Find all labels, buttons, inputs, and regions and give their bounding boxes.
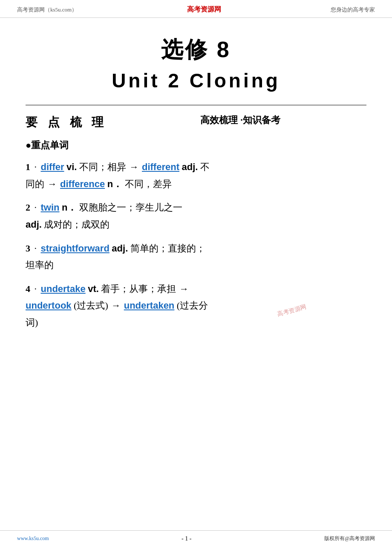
vocab-word-twin: twin: [41, 202, 60, 213]
vocab-number-2: 2: [26, 202, 30, 213]
vocab-word-undertake: undertake: [41, 283, 86, 294]
vocab-entry-2: 2 · twin n． 双胞胎之一；孪生儿之一 adj. 成对的；成双的: [26, 199, 366, 233]
divider: [26, 105, 366, 105]
page-footer: www.ks5u.com - 1 - 版权所有@高考资源网: [0, 530, 392, 546]
section-title-left: 要 点 梳 理: [26, 114, 192, 130]
header-center-logo: 高考资源网: [187, 5, 221, 14]
vocab-word-difference: difference: [60, 179, 105, 189]
footer-right: 版权所有@高考资源网: [324, 535, 375, 542]
vocab-word-undertaken: undertaken: [124, 300, 175, 311]
section-header: 要 点 梳 理 高效梳理 ·知识备考: [26, 114, 366, 130]
vocab-entry-3: 3 · straightforward adj. 简单的；直接的； 坦率的: [26, 240, 366, 274]
vocab-word-different: different: [142, 162, 179, 172]
vocab-word-undertook: undertook: [26, 300, 72, 311]
page-header: 高考资源网（ks5u.com） 高考资源网 您身边的高考专家: [0, 0, 392, 18]
bullet-section-title: ●重点单词: [26, 139, 366, 152]
page-wrapper: 高考资源网（ks5u.com） 高考资源网 您身边的高考专家 选修 8 Unit…: [0, 0, 392, 555]
footer-page-number: - 1 -: [182, 535, 191, 542]
vocab-number-1: 1: [26, 162, 30, 172]
page-main-title: 选修 8: [26, 35, 366, 65]
section-title-right: 高效梳理 ·知识备考: [192, 114, 366, 127]
vocab-section: ●重点单词 1 · differ vi. 不同；相异 → different a…: [26, 139, 366, 331]
footer-left: www.ks5u.com: [17, 535, 49, 542]
vocab-word-straightforward: straightforward: [41, 243, 110, 254]
vocab-entry-4: 4 · undertake vt. 着手；从事；承担 → undertook (…: [26, 280, 366, 331]
vocab-word-differ: differ: [41, 162, 64, 172]
unit-title: Unit 2 Cloning: [26, 69, 366, 92]
header-right-text: 您身边的高考专家: [331, 6, 375, 14]
vocab-entry-1: 1 · differ vi. 不同；相异 → different adj. 不 …: [26, 159, 366, 192]
header-left-text: 高考资源网（ks5u.com）: [17, 6, 77, 14]
vocab-number-4: 4: [26, 283, 30, 294]
main-content: 选修 8 Unit 2 Cloning 要 点 梳 理 高效梳理 ·知识备考 ●…: [0, 18, 392, 364]
vocab-number-3: 3: [26, 243, 30, 254]
